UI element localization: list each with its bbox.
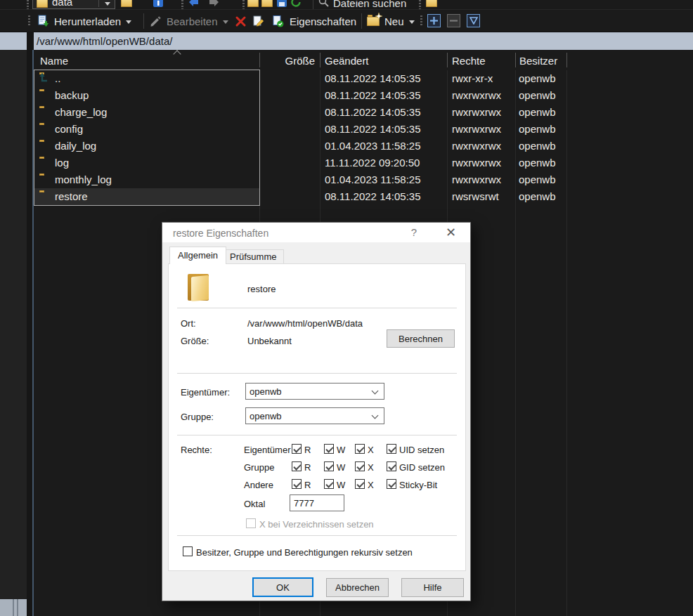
column-header-modified[interactable]: Geändert <box>325 50 369 70</box>
checkbox-other-x[interactable] <box>355 479 365 489</box>
open-directory-icon[interactable] <box>121 0 132 7</box>
file-row[interactable]: backup 08.11.2022 14:05:35 rwxrwxrwx ope… <box>34 87 693 104</box>
dialog-title: restore Eigenschaften <box>173 228 268 239</box>
file-name: restore <box>55 188 88 205</box>
edit-button[interactable]: Bearbeiten <box>149 10 228 32</box>
dialog-help-button[interactable]: ? <box>411 226 417 238</box>
checkbox-other-r[interactable] <box>292 479 302 489</box>
search-files-label[interactable]: Dateien suchen <box>333 0 406 9</box>
column-header-owner[interactable]: Besitzer <box>519 50 557 70</box>
magnifier-icon[interactable] <box>318 0 330 8</box>
checkbox-owner-x[interactable] <box>355 444 365 454</box>
column-header-size[interactable]: Größe <box>259 50 315 70</box>
dialog-titlebar[interactable]: restore Eigenschaften ? ✕ <box>162 223 470 242</box>
file-owner: openwb <box>519 171 556 188</box>
rename-button[interactable] <box>252 10 265 32</box>
checkbox-sticky-bit[interactable] <box>387 479 396 489</box>
checkbox-other-w[interactable] <box>324 479 334 489</box>
ok-button[interactable]: OK <box>252 577 313 597</box>
dialog-tab-page: restore Ort: /var/www/html/openWB/data G… <box>168 263 466 571</box>
refresh-icon[interactable] <box>290 0 302 8</box>
new-folder-icon <box>367 17 380 26</box>
checkbox-owner-r[interactable] <box>292 444 302 454</box>
properties-button[interactable]: Eigenschaften <box>271 10 356 32</box>
separator-line <box>177 535 457 536</box>
file-row-selected[interactable]: restore 08.11.2022 14:05:35 rwsrwsrwt op… <box>34 188 693 205</box>
directory-combo[interactable]: data <box>32 0 115 9</box>
checkbox-label-w: W <box>337 445 345 455</box>
cancel-button[interactable]: Abbrechen <box>326 578 389 597</box>
file-modified: 01.04.2023 11:58:25 <box>325 171 421 188</box>
remove-button[interactable] <box>447 14 460 27</box>
toolbar-grip[interactable] <box>28 15 30 27</box>
header-separator[interactable] <box>566 53 567 67</box>
file-row[interactable]: log 11.11.2022 09:20:50 rwxrwxrwx openwb <box>34 155 693 171</box>
left-panel-scrollbar-corner <box>0 599 27 616</box>
add-button[interactable] <box>427 14 441 27</box>
close-icon[interactable]: ✕ <box>446 225 456 240</box>
file-row[interactable]: daily_log 01.04.2023 11:58:25 rwxrwxrwx … <box>34 138 693 155</box>
checkbox-group-w[interactable] <box>324 461 334 471</box>
separator-line <box>177 373 457 374</box>
rename-icon <box>252 15 265 28</box>
file-rights: rwxrwxrwx <box>452 87 501 104</box>
file-row[interactable]: charge_log 08.11.2022 14:05:35 rwxrwxrwx… <box>34 104 693 121</box>
home-directory-icon[interactable] <box>276 0 288 8</box>
file-modified: 08.11.2022 14:05:35 <box>325 121 421 138</box>
file-rights: rwxrwxrwx <box>452 138 501 155</box>
special-label: Sticky-Bit <box>399 480 437 490</box>
plus-icon <box>430 17 438 25</box>
file-row-parent[interactable]: .. 08.11.2022 14:05:35 rwxr-xr-x openwb <box>34 70 693 87</box>
checkbox-group-r[interactable] <box>292 461 302 471</box>
column-header-row: Name Größe Geändert Rechte Besitzer <box>34 50 693 70</box>
group-combobox[interactable]: openwb <box>245 407 384 424</box>
filter-button[interactable] <box>467 14 480 27</box>
back-arrow-icon[interactable] <box>187 0 200 8</box>
new-button[interactable]: Neu <box>367 10 415 32</box>
info-icon[interactable] <box>152 0 164 8</box>
file-row[interactable]: config 08.11.2022 14:05:35 rwxrwxrwx ope… <box>34 121 693 138</box>
checkbox-recursive[interactable] <box>183 546 193 556</box>
checkbox-owner-w[interactable] <box>324 444 334 454</box>
file-rights: rwxrwxrwx <box>452 121 501 138</box>
download-button[interactable]: Herunterladen <box>37 10 131 32</box>
rights-label: Rechte: <box>181 445 212 455</box>
checkbox-label-r: R <box>304 480 311 490</box>
column-header-rights[interactable]: Rechte <box>452 50 486 70</box>
file-name: backup <box>55 87 89 104</box>
column-header-name[interactable]: Name <box>40 50 68 70</box>
file-owner: openwb <box>519 138 556 155</box>
toolbar-grip[interactable] <box>27 0 29 9</box>
calculate-button[interactable]: Berechnen <box>387 329 455 348</box>
tab-pruefsumme[interactable]: Prüfsumme <box>222 249 284 264</box>
help-button[interactable]: Hilfe <box>401 578 464 597</box>
toolbar-grip[interactable] <box>181 0 183 9</box>
forward-arrow-icon[interactable] <box>208 0 221 8</box>
root-directory-icon[interactable] <box>261 0 273 7</box>
checkbox-group-x[interactable] <box>355 461 365 471</box>
address-bar[interactable]: /var/www/html/openWB/data/ <box>0 32 693 50</box>
download-label: Herunterladen <box>54 15 121 27</box>
command-toolbar: Herunterladen Bearbeiten <box>0 9 693 32</box>
parent-directory-icon[interactable] <box>247 0 259 7</box>
header-separator[interactable] <box>320 53 320 67</box>
download-icon <box>37 15 49 27</box>
checkbox-x-directories[interactable] <box>246 518 256 528</box>
synchronize-icon[interactable] <box>426 0 437 7</box>
delete-button[interactable] <box>235 10 247 32</box>
toolbar-grip[interactable] <box>419 0 421 9</box>
checkbox-uid-setzen[interactable] <box>387 444 396 454</box>
header-separator[interactable] <box>447 53 448 67</box>
size-value: Unbekannt <box>247 336 292 346</box>
tab-allgemein[interactable]: Allgemein <box>169 247 226 264</box>
checkbox-gid-setzen[interactable] <box>387 461 396 471</box>
toolbar-grip[interactable] <box>242 0 245 9</box>
header-separator[interactable] <box>515 53 516 67</box>
toolbar-grip[interactable] <box>420 15 422 27</box>
owner-combobox[interactable]: openwb <box>245 383 384 400</box>
new-label: Neu <box>384 15 404 27</box>
file-row[interactable]: monthly_log 01.04.2023 11:58:25 rwxrwxrw… <box>34 171 693 188</box>
octal-input[interactable] <box>290 494 344 511</box>
chevron-down-icon <box>372 388 379 395</box>
header-separator[interactable] <box>259 53 260 67</box>
